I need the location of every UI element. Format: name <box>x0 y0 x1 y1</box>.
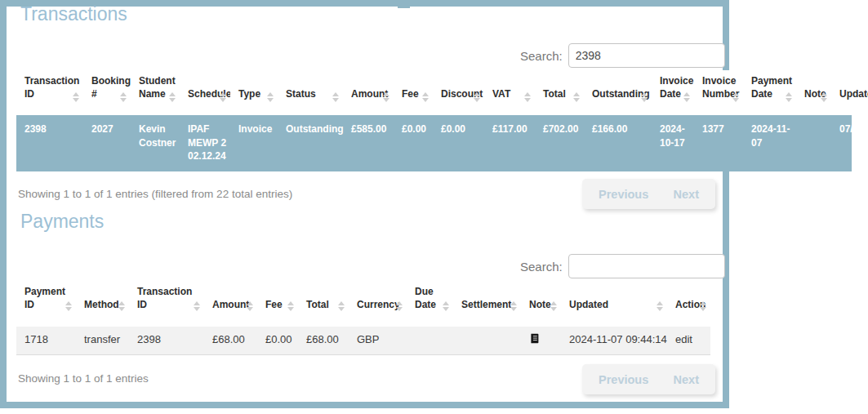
transaction-row[interactable]: 2398 2027 Kevin Costner IPAF MEWP 2 02.1… <box>16 115 852 171</box>
col-discount[interactable]: Discount <box>433 70 484 115</box>
col-payment-id[interactable]: Payment ID <box>16 281 76 325</box>
action-cell: edit <box>667 325 710 355</box>
transactions-search: Search: <box>520 43 725 68</box>
next-button[interactable]: Next <box>674 188 699 201</box>
previous-button[interactable]: Previous <box>599 188 648 201</box>
sort-icon <box>120 92 127 102</box>
sort-icon <box>338 301 345 311</box>
transactions-header-row: Transaction ID Booking # Student Name Sc… <box>16 70 852 115</box>
previous-button[interactable]: Previous <box>599 373 648 386</box>
payments-header-row: Payment ID Method Transaction ID Amount … <box>16 281 710 325</box>
col-method[interactable]: Method <box>76 281 129 325</box>
col-total[interactable]: Total <box>298 281 349 325</box>
sort-icon <box>332 92 339 102</box>
note-cell <box>521 325 561 355</box>
transactions-title: Transactions <box>20 3 127 25</box>
sort-icon <box>657 301 663 311</box>
col-transaction-id[interactable]: Transaction ID <box>16 70 83 115</box>
col-total[interactable]: Total <box>535 70 584 115</box>
col-payment-date[interactable]: Payment Date <box>743 70 796 115</box>
col-booking[interactable]: Booking # <box>83 70 131 115</box>
payments-title: Payments <box>20 211 104 233</box>
sort-icon <box>247 301 253 311</box>
sort-icon <box>73 92 79 102</box>
payments-pager: Previous Next <box>582 364 715 394</box>
col-outstanding[interactable]: Outstanding <box>584 70 652 115</box>
transactions-pager: Previous Next <box>582 179 715 209</box>
col-amount[interactable]: Amount <box>343 70 394 115</box>
top-notch <box>398 0 410 8</box>
page: Transactions Search: Transaction ID Book… <box>0 0 868 414</box>
transactions-search-input[interactable] <box>568 43 725 68</box>
col-transaction-id[interactable]: Transaction ID <box>129 281 204 325</box>
sort-icon <box>396 301 403 311</box>
col-currency[interactable]: Currency <box>349 281 407 325</box>
col-due-date[interactable]: Due Date <box>407 281 453 325</box>
search-label: Search: <box>520 49 563 63</box>
col-invoice-number[interactable]: Invoice Number <box>694 70 743 115</box>
col-fee[interactable]: Fee <box>257 281 298 325</box>
payments-table: Payment ID Method Transaction ID Amount … <box>16 281 710 355</box>
payments-search-input[interactable] <box>568 254 725 278</box>
sort-icon <box>287 301 294 311</box>
search-label: Search: <box>520 260 563 274</box>
col-type[interactable]: Type <box>230 70 278 115</box>
col-student-name[interactable]: Student Name <box>131 70 180 115</box>
sort-icon <box>524 92 531 102</box>
col-schedule[interactable]: Schedule <box>180 70 230 115</box>
col-status[interactable]: Status <box>278 70 343 115</box>
col-vat[interactable]: VAT <box>484 70 535 115</box>
sort-icon <box>786 92 792 102</box>
transactions-info: Showing 1 to 1 of 1 entries (filtered fr… <box>18 188 292 200</box>
sort-icon <box>65 301 72 311</box>
payment-row[interactable]: 1718 transfer 2398 £68.00 £0.00 £68.00 G… <box>16 325 710 355</box>
col-amount[interactable]: Amount <box>204 281 257 325</box>
sort-icon <box>510 301 517 311</box>
col-action[interactable]: Action <box>667 281 710 325</box>
col-fee[interactable]: Fee <box>394 70 433 115</box>
sort-icon <box>422 92 429 102</box>
sort-icon <box>683 92 690 102</box>
next-button[interactable]: Next <box>674 373 699 386</box>
transactions-table: Transaction ID Booking # Student Name Sc… <box>16 70 852 171</box>
sort-icon <box>267 92 274 102</box>
sort-icon <box>220 92 226 102</box>
sort-icon <box>118 301 125 311</box>
sort-icon <box>194 301 200 311</box>
sort-icon <box>443 301 449 311</box>
payments-info: Showing 1 to 1 of 1 entries <box>18 372 149 385</box>
ledger-icon[interactable] <box>529 333 561 344</box>
sort-icon <box>821 92 827 102</box>
col-invoice-date[interactable]: Invoice Date <box>652 70 694 115</box>
col-settlement[interactable]: Settlement <box>453 281 521 325</box>
edit-link[interactable]: edit <box>675 333 692 345</box>
sort-icon <box>474 92 480 102</box>
col-note[interactable]: Note <box>796 70 831 115</box>
col-updated[interactable]: Updated <box>831 70 852 115</box>
sort-icon <box>383 92 389 102</box>
sort-icon <box>169 92 176 102</box>
col-note[interactable]: Note <box>521 281 561 325</box>
payments-search: Search: <box>520 254 725 278</box>
col-updated[interactable]: Updated <box>561 281 667 325</box>
sort-icon <box>573 92 580 102</box>
sort-icon <box>641 92 648 102</box>
sort-icon <box>732 92 739 102</box>
sort-icon <box>700 301 706 311</box>
sort-icon <box>550 301 557 311</box>
